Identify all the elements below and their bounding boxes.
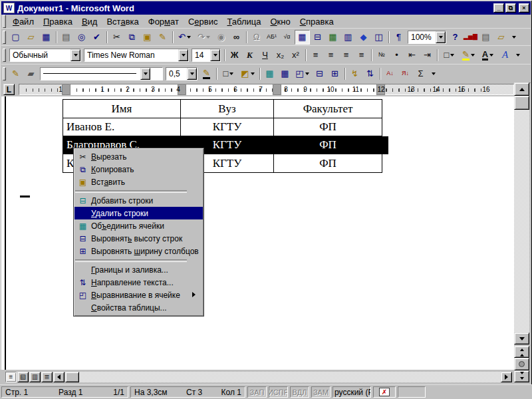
borders-icon[interactable]: □: [440, 48, 459, 63]
print-icon-2[interactable]: ▤: [478, 30, 493, 45]
chevron-down-icon[interactable]: [210, 49, 220, 61]
toolbar-grip[interactable]: [3, 67, 6, 80]
sort-ascending-icon[interactable]: А↓: [382, 66, 398, 81]
menu-item-add-rows[interactable]: ⊟ Добавить строки: [74, 194, 203, 207]
autosum-icon[interactable]: Σ: [413, 66, 428, 81]
cell-name[interactable]: Иванов Е.: [63, 118, 181, 136]
chevron-down-icon[interactable]: [70, 49, 80, 61]
tables-borders-icon[interactable]: ▦: [295, 30, 310, 45]
table-row[interactable]: Иванов Е. КГТУ ФП: [63, 118, 382, 136]
menu-insert[interactable]: Вставка: [102, 15, 143, 28]
menu-item-cell-alignment[interactable]: ◰ Выравнивание в ячейке: [74, 289, 203, 301]
menu-item-merge-cells[interactable]: ▦ Объединить ячейки: [74, 219, 203, 232]
border-color-icon[interactable]: ✎: [199, 66, 214, 81]
insert-symbol-icon[interactable]: Ω: [249, 30, 264, 45]
align-center-icon[interactable]: ≡: [323, 48, 338, 63]
line-weight-combo[interactable]: 0,5: [166, 67, 198, 80]
language-panel[interactable]: русский (Ро: [332, 386, 371, 398]
page-position-panel[interactable]: Стр. 1 Разд 1 1/1: [1, 386, 128, 398]
toolbar-options-icon-3[interactable]: [428, 66, 437, 81]
track-changes-indicator[interactable]: ИСПР: [269, 386, 288, 398]
shading-color-icon[interactable]: ◩: [238, 66, 257, 81]
toolbar-grip[interactable]: [3, 15, 6, 28]
menu-edit[interactable]: Правка: [39, 15, 77, 28]
outside-border-icon[interactable]: □: [219, 66, 238, 81]
chevron-down-icon[interactable]: [140, 68, 150, 80]
copy-icon[interactable]: ⧉: [124, 30, 140, 45]
toolbar-grip[interactable]: [3, 31, 6, 44]
menu-item-copy[interactable]: ⧉ Копировать: [74, 163, 203, 176]
menu-item-cut[interactable]: ✂ Вырезать: [74, 150, 203, 163]
menu-window[interactable]: Окно: [265, 15, 295, 28]
draw-table-icon[interactable]: ✎: [8, 66, 23, 81]
distribute-rows-icon[interactable]: ⊟: [312, 66, 327, 81]
next-page-button[interactable]: [514, 370, 529, 382]
text-cursor-icon[interactable]: A: [497, 48, 513, 63]
cell-university[interactable]: КГТУ: [181, 118, 274, 136]
split-cells-icon[interactable]: ▦: [277, 66, 293, 81]
menu-item-align-row-height[interactable]: ⊟ Выровнять высоту строк: [74, 232, 203, 245]
columns-icon[interactable]: ▥: [340, 30, 356, 45]
previous-page-button[interactable]: [514, 346, 529, 358]
numbering-icon[interactable]: №: [374, 48, 389, 63]
document-map-icon[interactable]: ◫: [371, 30, 386, 45]
cursor-position-panel[interactable]: На 3,3см Ст 3 Кол 1: [130, 386, 245, 398]
insert-hyperlink-icon[interactable]: ◉: [213, 30, 229, 45]
menu-item-table-properties[interactable]: Свойства таблицы...: [74, 301, 203, 314]
align-left-icon[interactable]: ≡: [308, 48, 323, 63]
paste-icon[interactable]: ▣: [140, 30, 155, 45]
align-right-icon[interactable]: ≡: [338, 48, 354, 63]
style-combo[interactable]: Обычный: [9, 49, 81, 62]
header-cell-name[interactable]: Имя: [63, 100, 181, 118]
minimize-button[interactable]: _: [493, 3, 504, 13]
cell-alignment-icon[interactable]: ◰: [293, 66, 312, 81]
outline-view-button[interactable]: ≣: [41, 372, 53, 382]
chart-icon[interactable]: ▂▅▇: [463, 30, 478, 45]
table-column-marker[interactable]: [62, 84, 70, 95]
line-style-combo[interactable]: [40, 67, 163, 80]
cell-faculty[interactable]: ФП: [274, 118, 382, 136]
new-document-icon[interactable]: ▢: [8, 30, 23, 45]
increase-indent-icon[interactable]: ⇥: [420, 48, 435, 63]
equation-icon[interactable]: √α: [279, 30, 295, 45]
help-icon[interactable]: ?: [448, 30, 463, 45]
cell-faculty[interactable]: ФП: [274, 136, 382, 154]
find-icon[interactable]: ∞: [229, 30, 244, 45]
toolbar-options-icon[interactable]: [509, 30, 517, 45]
menu-table[interactable]: Таблица: [222, 15, 265, 28]
print-icon[interactable]: ▤: [59, 30, 74, 45]
ruler-band[interactable]: 1 1 2 3 4 5 6 7 8 9 10 11: [19, 84, 514, 95]
font-combo[interactable]: Times New Roman: [84, 49, 189, 62]
tab-selector[interactable]: L: [3, 84, 15, 95]
bold-icon[interactable]: Ж: [227, 48, 242, 63]
menu-file[interactable]: Файл: [8, 15, 39, 28]
subscript-icon[interactable]: x₂: [273, 48, 288, 63]
menu-help[interactable]: Справка: [295, 15, 338, 28]
insert-rows-icon[interactable]: ⊟: [310, 30, 325, 45]
horizontal-scrollbar-thumb[interactable]: [65, 372, 79, 382]
footnote-icon[interactable]: АБ¹: [264, 30, 279, 45]
merge-cells-icon[interactable]: ▦: [262, 66, 277, 81]
vertical-scrollbar[interactable]: [514, 82, 529, 384]
header-cell-faculty[interactable]: Факультет: [274, 100, 382, 118]
table-column-marker[interactable]: [273, 84, 281, 95]
scroll-down-button[interactable]: [514, 332, 529, 344]
chevron-down-icon[interactable]: [436, 31, 446, 43]
horizontal-scrollbar-track[interactable]: [79, 372, 501, 382]
toolbar-options-icon-2[interactable]: [513, 48, 521, 63]
record-indicator[interactable]: ЗАП: [247, 386, 267, 398]
normal-view-button[interactable]: ≡: [5, 372, 17, 382]
scroll-right-button[interactable]: [501, 372, 512, 382]
sort-descending-icon[interactable]: Я↓: [398, 66, 413, 81]
undo-icon[interactable]: ↶: [175, 30, 194, 45]
drawing-icon[interactable]: ◆: [356, 30, 371, 45]
word-document-icon[interactable]: W: [3, 3, 15, 13]
font-color-icon[interactable]: А: [478, 48, 497, 63]
toolbar-grip[interactable]: [3, 49, 6, 62]
cell-faculty[interactable]: ФП: [274, 154, 382, 172]
decrease-indent-icon[interactable]: ⇤: [404, 48, 420, 63]
select-browse-object-button[interactable]: [514, 358, 529, 370]
open-folder-icon[interactable]: ▱: [23, 30, 39, 45]
vertical-scrollbar-track[interactable]: [514, 95, 529, 332]
header-cell-university[interactable]: Вуз: [181, 100, 274, 118]
